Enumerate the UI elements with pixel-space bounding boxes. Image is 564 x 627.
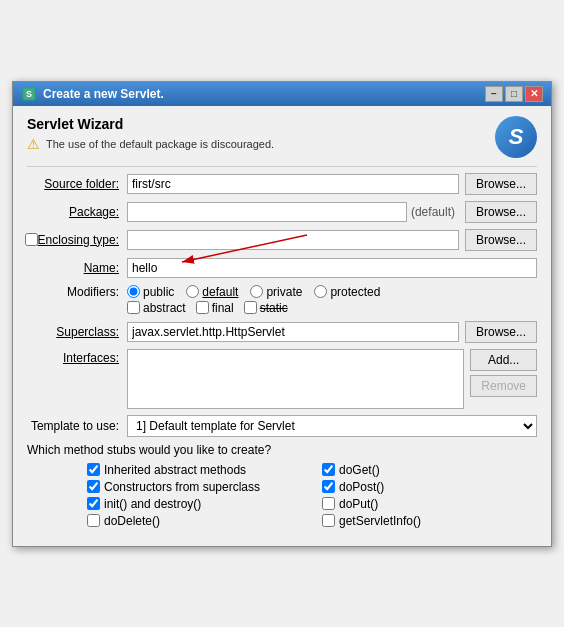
interfaces-label: Interfaces: xyxy=(27,349,127,365)
enclosing-type-row: Enclosing type: Browse... xyxy=(27,229,537,251)
modifier-abstract-label: abstract xyxy=(143,301,186,315)
header-section: Servlet Wizard ⚠ The use of the default … xyxy=(27,116,537,158)
dialog-window: S Create a new Servlet. − □ ✕ Servlet Wi… xyxy=(12,81,552,547)
interfaces-add-button[interactable]: Add... xyxy=(470,349,537,371)
method-doput-checkbox[interactable]: doPut() xyxy=(322,497,537,511)
modifier-static-label: static xyxy=(260,301,288,315)
window-title: Create a new Servlet. xyxy=(43,87,164,101)
header-divider xyxy=(27,166,537,167)
svg-text:S: S xyxy=(26,89,32,99)
method-constructors-checkbox[interactable]: Constructors from superclass xyxy=(87,480,302,494)
interfaces-row: Interfaces: Add... Remove xyxy=(27,349,537,409)
method-init-checkbox[interactable]: init() and destroy() xyxy=(87,497,302,511)
modifier-default-label: default xyxy=(202,285,238,299)
method-dodelete-label: doDelete() xyxy=(104,514,160,528)
title-bar-left: S Create a new Servlet. xyxy=(21,86,164,102)
header-text: Servlet Wizard ⚠ The use of the default … xyxy=(27,116,274,152)
method-doget-checkbox[interactable]: doGet() xyxy=(322,463,537,477)
method-init-label: init() and destroy() xyxy=(104,497,201,511)
template-label: Template to use: xyxy=(27,419,127,433)
method-dodelete-checkbox[interactable]: doDelete() xyxy=(87,514,302,528)
modifier-protected-label: protected xyxy=(330,285,380,299)
enclosing-type-browse-button[interactable]: Browse... xyxy=(465,229,537,251)
package-input[interactable] xyxy=(127,202,407,222)
package-label: Package: xyxy=(27,205,127,219)
method-getservletinfo-label: getServletInfo() xyxy=(339,514,421,528)
enclosing-type-input[interactable] xyxy=(127,230,459,250)
superclass-input[interactable] xyxy=(127,322,459,342)
package-row: Package: (default) Browse... xyxy=(27,201,537,223)
name-input-wrapper xyxy=(127,258,537,278)
interfaces-remove-button[interactable]: Remove xyxy=(470,375,537,397)
enclosing-type-checkbox[interactable] xyxy=(25,233,38,246)
title-bar-controls: − □ ✕ xyxy=(485,86,543,102)
source-folder-row: Source folder: Browse... xyxy=(27,173,537,195)
modifier-private-radio[interactable]: private xyxy=(250,285,302,299)
methods-grid: Inherited abstract methods doGet() Const… xyxy=(27,463,537,528)
method-doput-label: doPut() xyxy=(339,497,378,511)
modifier-public-radio[interactable]: public xyxy=(127,285,174,299)
methods-section: Which method stubs would you like to cre… xyxy=(27,443,537,528)
source-folder-label: Source folder: xyxy=(27,177,127,191)
close-button[interactable]: ✕ xyxy=(525,86,543,102)
title-bar: S Create a new Servlet. − □ ✕ xyxy=(13,82,551,106)
servlet-logo: S xyxy=(495,116,537,158)
name-row: Name: xyxy=(27,257,537,279)
warning-row: ⚠ The use of the default package is disc… xyxy=(27,136,274,152)
name-input[interactable] xyxy=(127,258,537,278)
superclass-browse-button[interactable]: Browse... xyxy=(465,321,537,343)
modifiers-label: Modifiers: xyxy=(27,285,127,299)
dialog-content: Servlet Wizard ⚠ The use of the default … xyxy=(13,106,551,546)
superclass-row: Superclass: Browse... xyxy=(27,321,537,343)
dialog-subtitle: Servlet Wizard xyxy=(27,116,274,132)
template-row: Template to use: 1] Default template for… xyxy=(27,415,537,437)
method-doget-label: doGet() xyxy=(339,463,380,477)
modifier-protected-radio[interactable]: protected xyxy=(314,285,380,299)
modifier-private-label: private xyxy=(266,285,302,299)
warning-icon: ⚠ xyxy=(27,136,40,152)
template-select[interactable]: 1] Default template for Servlet xyxy=(127,415,537,437)
minimize-button[interactable]: − xyxy=(485,86,503,102)
modifier-abstract-checkbox[interactable]: abstract xyxy=(127,301,186,315)
method-dopost-label: doPost() xyxy=(339,480,384,494)
method-getservletinfo-checkbox[interactable]: getServletInfo() xyxy=(322,514,537,528)
modifiers-radio-group: public default private protected xyxy=(127,285,380,299)
source-folder-input[interactable] xyxy=(127,174,459,194)
modifier-public-label: public xyxy=(143,285,174,299)
warning-text: The use of the default package is discou… xyxy=(46,138,274,150)
window-icon: S xyxy=(21,86,37,102)
package-browse-button[interactable]: Browse... xyxy=(465,201,537,223)
interfaces-buttons: Add... Remove xyxy=(470,349,537,397)
package-default-label: (default) xyxy=(411,205,455,219)
method-inherited-label: Inherited abstract methods xyxy=(104,463,246,477)
modifier-default-radio[interactable]: default xyxy=(186,285,238,299)
modifiers-row: Modifiers: public default private xyxy=(27,285,537,315)
maximize-button[interactable]: □ xyxy=(505,86,523,102)
interfaces-listbox[interactable] xyxy=(127,349,464,409)
source-folder-browse-button[interactable]: Browse... xyxy=(465,173,537,195)
modifier-static-checkbox[interactable]: static xyxy=(244,301,288,315)
method-constructors-label: Constructors from superclass xyxy=(104,480,260,494)
modifier-final-checkbox[interactable]: final xyxy=(196,301,234,315)
modifier-final-label: final xyxy=(212,301,234,315)
method-dopost-checkbox[interactable]: doPost() xyxy=(322,480,537,494)
name-label: Name: xyxy=(27,261,127,275)
superclass-label: Superclass: xyxy=(27,325,127,339)
modifiers-checkbox-group: abstract final static xyxy=(27,301,288,315)
methods-question: Which method stubs would you like to cre… xyxy=(27,443,537,457)
method-inherited-checkbox[interactable]: Inherited abstract methods xyxy=(87,463,302,477)
enclosing-type-label: Enclosing type: xyxy=(38,233,119,247)
